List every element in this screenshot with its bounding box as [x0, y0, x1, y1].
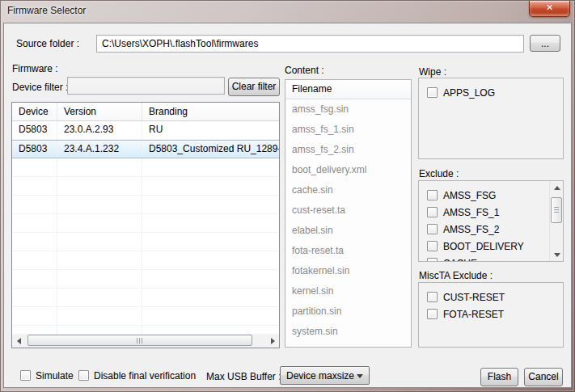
checkbox-label: AMSS_FSG — [443, 190, 496, 201]
table-row-empty — [12, 233, 279, 251]
disable-final-verification-label: Disable final verification — [94, 370, 196, 381]
close-button[interactable]: ✕ — [529, 1, 570, 17]
window-title: Firmware Selector — [7, 5, 86, 16]
miscta-section-label: MiscTA Exclude : — [419, 270, 493, 281]
max-usb-buffer-dropdown[interactable]: Device maxsize — [280, 366, 370, 385]
cell-device: D5803 — [12, 121, 57, 139]
column-header-branding[interactable]: Branding — [142, 103, 279, 120]
checkbox-icon[interactable] — [20, 370, 31, 381]
table-row-empty — [12, 214, 279, 233]
exclude-item-amss-fs-2[interactable]: AMSS_FS_2 — [427, 222, 563, 236]
scroll-up-arrow-icon[interactable] — [550, 181, 564, 195]
checkbox-icon[interactable] — [427, 224, 438, 234]
file-item[interactable]: cache.sin — [285, 180, 411, 200]
wipe-group: APPS_LOG — [418, 78, 564, 159]
table-row-empty — [12, 177, 279, 196]
column-header-version[interactable]: Version — [57, 103, 142, 120]
cell-branding: D5803_Customized RU_1289-... — [142, 141, 279, 158]
horizontal-scrollbar[interactable] — [12, 334, 279, 348]
checkbox-icon[interactable] — [427, 190, 438, 200]
firmware-section-label: Firmware : — [12, 63, 58, 74]
checkbox-label: FOTA-RESET — [443, 309, 504, 320]
exclude-group: AMSS_FSG AMSS_FS_1 AMSS_FS_2 BOOT_DELIVE… — [418, 180, 564, 262]
scrollbar-track[interactable] — [26, 334, 265, 348]
file-item[interactable]: system.sin — [285, 322, 411, 342]
wipe-section-label: Wipe : — [419, 66, 446, 78]
checkbox-label: AMSS_FS_2 — [443, 224, 499, 235]
file-item[interactable]: amss_fs_1.sin — [285, 120, 411, 140]
close-icon: ✕ — [546, 2, 553, 12]
file-item[interactable]: cust-reset.ta — [285, 200, 411, 221]
checkbox-icon[interactable] — [427, 87, 438, 98]
file-item[interactable]: amss_fsg.sin — [285, 99, 411, 120]
device-filter-label: Device filter : — [12, 82, 68, 93]
file-item[interactable]: boot_delivery.xml — [285, 160, 411, 180]
file-item[interactable]: kernel.sin — [285, 281, 411, 301]
browse-button[interactable]: ... — [530, 35, 560, 52]
miscta-group: CUST-RESET FOTA-RESET — [418, 282, 564, 348]
checkbox-label: AMSS_FS_1 — [443, 207, 499, 218]
firmware-table-header: Device Version Branding — [12, 103, 279, 121]
cancel-button[interactable]: Cancel — [524, 368, 563, 386]
checkbox-icon[interactable] — [427, 292, 438, 302]
exclude-item-cache[interactable]: CACHE — [427, 256, 563, 262]
table-row-empty — [12, 289, 279, 307]
scrollbar-thumb[interactable] — [27, 335, 252, 346]
checkbox-icon[interactable] — [427, 241, 438, 251]
miscta-item-fota-reset[interactable]: FOTA-RESET — [427, 307, 563, 321]
scroll-left-arrow-icon[interactable] — [12, 334, 26, 348]
scroll-down-arrow-icon[interactable] — [550, 247, 564, 261]
file-item[interactable]: fotakernel.sin — [285, 261, 411, 281]
content-file-list: Filename amss_fsg.sin amss_fs_1.sin amss… — [285, 79, 412, 348]
table-row-empty — [12, 251, 279, 270]
scroll-right-arrow-icon[interactable] — [265, 334, 279, 348]
exclude-section-label: Exclude : — [419, 168, 459, 179]
table-row-empty — [12, 196, 279, 214]
source-folder-label: Source folder : — [16, 38, 79, 49]
scrollbar-thumb[interactable] — [551, 197, 562, 223]
file-item[interactable]: elabel.sin — [285, 221, 411, 241]
table-row-selected[interactable]: D5803 23.4.A.1.232 D5803_Customized RU_1… — [12, 140, 279, 158]
clear-filter-button[interactable]: Clear filter — [228, 78, 280, 96]
device-filter-input[interactable] — [67, 77, 225, 95]
dialog-client-area: Source folder : C:\Users\XOPH\.flashTool… — [3, 23, 572, 388]
checkbox-label: APPS_LOG — [443, 87, 495, 99]
chevron-down-icon — [357, 374, 363, 378]
checkbox-icon[interactable] — [78, 370, 89, 381]
firmware-selector-window: Firmware Selector ✕ Source folder : C:\U… — [0, 0, 575, 392]
checkbox-icon[interactable] — [427, 258, 438, 262]
flash-button[interactable]: Flash — [480, 368, 518, 386]
content-section-label: Content : — [285, 65, 324, 76]
disable-final-verification-checkbox[interactable]: Disable final verification — [78, 369, 196, 382]
checkbox-label: CUST-RESET — [443, 292, 505, 303]
table-row-empty — [12, 307, 279, 326]
checkbox-label: BOOT_DELIVERY — [443, 241, 524, 252]
wipe-item-apps-log[interactable]: APPS_LOG — [427, 86, 563, 99]
cell-version: 23.0.A.2.93 — [57, 121, 142, 139]
cell-branding: RU — [142, 121, 279, 139]
exclude-item-amss-fs-1[interactable]: AMSS_FS_1 — [427, 205, 563, 219]
table-row-empty — [12, 270, 279, 289]
checkbox-icon[interactable] — [427, 207, 438, 217]
column-header-device[interactable]: Device — [12, 103, 57, 120]
simulate-label: Simulate — [36, 370, 74, 381]
max-usb-buffer-label: Max USB Buffer : — [206, 371, 281, 382]
vertical-scrollbar[interactable] — [549, 181, 563, 261]
miscta-item-cust-reset[interactable]: CUST-RESET — [427, 290, 563, 304]
firmware-table: Device Version Branding D5803 23.0.A.2.9… — [11, 102, 280, 348]
source-folder-field[interactable]: C:\Users\XOPH\.flashTool\firmwares — [96, 35, 524, 53]
table-row-empty — [12, 158, 279, 177]
simulate-checkbox[interactable]: Simulate — [20, 369, 74, 382]
cell-device: D5803 — [12, 141, 57, 158]
file-item[interactable]: fota-reset.ta — [285, 241, 411, 261]
exclude-item-amss-fsg[interactable]: AMSS_FSG — [427, 188, 563, 202]
table-row[interactable]: D5803 23.0.A.2.93 RU — [12, 121, 279, 140]
dropdown-value: Device maxsize — [286, 370, 354, 381]
exclude-item-boot-delivery[interactable]: BOOT_DELIVERY — [427, 239, 563, 253]
cell-version: 23.4.A.1.232 — [57, 141, 142, 158]
filename-column-header[interactable]: Filename — [285, 80, 411, 99]
file-item[interactable]: partition.sin — [285, 301, 411, 322]
file-item[interactable]: amss_fs_2.sin — [285, 140, 411, 160]
checkbox-label: CACHE — [443, 258, 477, 263]
checkbox-icon[interactable] — [427, 309, 438, 319]
